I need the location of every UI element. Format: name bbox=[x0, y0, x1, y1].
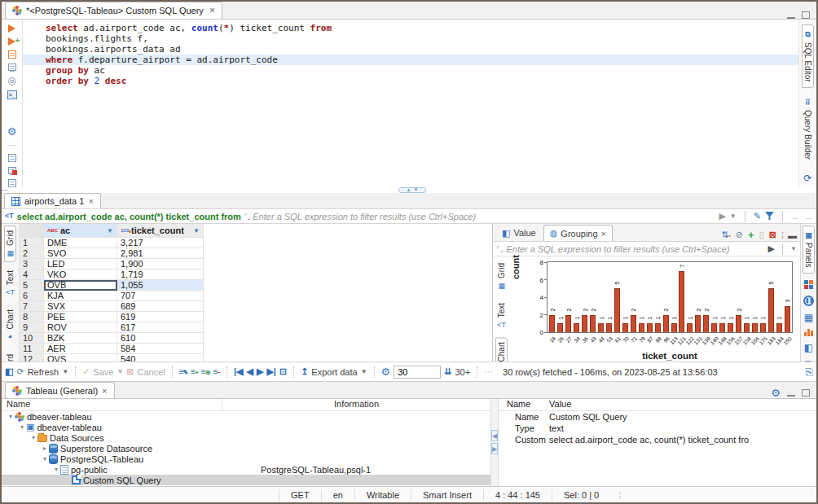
editor-tab[interactable]: *<PostgreSQL-Tableau> Custom SQL Query × bbox=[5, 2, 222, 19]
cell-ticket-count[interactable]: 689 bbox=[117, 301, 204, 312]
row-number[interactable]: 2 bbox=[20, 248, 44, 259]
minimize-icon[interactable] bbox=[787, 394, 795, 397]
cell-ticket-count[interactable]: 540 bbox=[117, 354, 204, 362]
forward-icon[interactable]: → bbox=[804, 212, 813, 221]
cell-ac[interactable]: SVO bbox=[44, 248, 117, 259]
row-number[interactable]: 3 bbox=[20, 259, 44, 270]
row-number[interactable]: 10 bbox=[20, 333, 44, 344]
last-row-icon[interactable]: ▶| bbox=[266, 366, 276, 377]
group-presentation-tab-chart[interactable]: ◕Chart bbox=[495, 337, 508, 362]
cell-ticket-count[interactable]: 707 bbox=[117, 291, 204, 301]
gear-icon[interactable]: ⚙ bbox=[381, 366, 391, 377]
cell-ticket-count[interactable]: 619 bbox=[117, 312, 204, 322]
close-icon[interactable]: × bbox=[209, 5, 215, 16]
panel-tab-value[interactable]: ◧Value bbox=[496, 225, 542, 241]
fetch-more-label[interactable]: 30+ bbox=[455, 367, 470, 377]
expand-filter-icon[interactable]: ⌜⌟ bbox=[244, 213, 249, 221]
tree-item-superstore-datasource[interactable]: ▸Superstore Datasource bbox=[2, 443, 490, 454]
apply-filter-icon[interactable]: ▶ bbox=[768, 243, 775, 254]
column-sort-icon[interactable]: ▼ bbox=[107, 227, 113, 234]
cell-ac[interactable]: OVB bbox=[44, 280, 117, 291]
maximize-icon[interactable] bbox=[802, 389, 810, 397]
close-icon[interactable]: × bbox=[102, 386, 107, 396]
export-data-button[interactable]: Export data bbox=[311, 367, 357, 377]
execute-script-icon[interactable] bbox=[8, 50, 16, 59]
splitter-collapse-control[interactable]: ▲ ▼ bbox=[398, 187, 426, 193]
status-item[interactable]: GET bbox=[279, 489, 321, 501]
panel-filter-input[interactable]: Enter a SQL expression to filter results… bbox=[506, 244, 764, 254]
tree-item-pg-public[interactable]: ▾pg-publicPostgreSQL-Tableau,psql-1 bbox=[2, 464, 490, 475]
panel-tab-grouping[interactable]: ◍Grouping× bbox=[543, 225, 613, 241]
export-script-icon[interactable] bbox=[8, 179, 16, 187]
column-header-ac[interactable]: ABC ac ▼ bbox=[44, 224, 117, 238]
chevron-down-icon[interactable]: ▾ bbox=[7, 413, 15, 420]
overflow-icon[interactable]: ···· bbox=[7, 142, 17, 149]
tree-item-dbeaver-tableau[interactable]: ▾▣dbeaver-tableau bbox=[2, 422, 490, 432]
maximize-icon[interactable] bbox=[802, 11, 810, 19]
cell-ac[interactable]: OVS bbox=[44, 354, 117, 362]
refresh-button[interactable]: Refresh bbox=[28, 367, 59, 377]
script-icon[interactable] bbox=[8, 64, 16, 72]
clear-grouping-icon[interactable]: ⊘ bbox=[736, 230, 743, 240]
collapse-up-icon[interactable]: ▲ bbox=[407, 188, 411, 192]
refresh-icon[interactable]: ⟳ bbox=[16, 366, 24, 377]
presentation-tab-text[interactable]: <TText bbox=[4, 265, 16, 301]
cell-ac[interactable]: SVX bbox=[44, 301, 117, 312]
presentation-tab-chart[interactable]: ◕Chart bbox=[4, 305, 16, 345]
status-item[interactable]: Smart Insert bbox=[411, 489, 483, 501]
property-row[interactable]: Typetext bbox=[499, 423, 816, 434]
cell-ticket-count[interactable]: 1,719 bbox=[117, 270, 204, 280]
cell-ticket-count[interactable]: 2,981 bbox=[117, 248, 204, 259]
metadata-panel-icon[interactable] bbox=[804, 280, 813, 289]
add-row-icon[interactable]: ≡+ bbox=[191, 367, 198, 376]
group-presentation-tab-grid[interactable]: ▦Grid bbox=[495, 258, 508, 295]
cell-ac[interactable]: KJA bbox=[44, 291, 117, 301]
chevron-down-icon[interactable]: ▾ bbox=[18, 423, 26, 431]
row-number[interactable]: 4 bbox=[20, 270, 44, 280]
value-panel-icon[interactable]: ◧ bbox=[804, 343, 813, 353]
row-number[interactable]: 1 bbox=[20, 238, 44, 248]
next-row-icon[interactable]: ▶ bbox=[257, 366, 263, 377]
focus-row-icon[interactable]: ⊡ bbox=[279, 366, 287, 377]
filter-history-icon[interactable]: ▼ bbox=[790, 245, 797, 252]
cell-ticket-count[interactable]: 584 bbox=[117, 344, 204, 354]
execute-statement-icon[interactable] bbox=[8, 24, 15, 33]
minimize-icon[interactable] bbox=[787, 16, 795, 19]
grouping-panel-icon[interactable]: ❚❚ bbox=[803, 296, 814, 306]
calc-panel-icon[interactable]: ▦ bbox=[804, 313, 813, 322]
panel-toggle-icon[interactable]: ◧ bbox=[5, 367, 13, 376]
erase-filter-icon[interactable]: ✎ bbox=[754, 211, 761, 221]
props-header-name[interactable]: Name bbox=[499, 399, 549, 410]
cell-ac[interactable]: PEE bbox=[44, 312, 117, 322]
tree-item-postgresql-tableau[interactable]: ▾PostgreSQL-Tableau bbox=[2, 454, 490, 464]
cell-ac[interactable]: DME bbox=[44, 238, 117, 248]
row-number[interactable]: 7 bbox=[20, 301, 44, 312]
refresh-dropdown-icon[interactable]: ▼ bbox=[62, 368, 68, 375]
cell-ticket-count[interactable]: 3,217 bbox=[117, 238, 204, 248]
column-sort-icon[interactable]: ▼ bbox=[193, 227, 200, 234]
chart-panel-icon[interactable] bbox=[804, 329, 814, 336]
back-icon[interactable]: ← bbox=[791, 212, 800, 221]
tree-item-dbeaver-tableau[interactable]: ▾dbeaver-tableau bbox=[2, 411, 490, 422]
row-number[interactable]: 12 bbox=[20, 354, 44, 362]
editor-results-splitter[interactable]: ▲ ▼ bbox=[2, 187, 816, 193]
row-number[interactable]: 6 bbox=[20, 291, 44, 301]
collapse-down-icon[interactable]: ▼ bbox=[414, 188, 419, 192]
save-button[interactable]: Save bbox=[93, 367, 113, 377]
funnel-icon[interactable] bbox=[765, 212, 774, 221]
cell-ticket-count[interactable]: 617 bbox=[117, 322, 204, 333]
delete-row-icon[interactable]: ≡− bbox=[213, 367, 220, 376]
first-row-icon[interactable]: |◀ bbox=[234, 366, 244, 377]
explain-plan-icon[interactable]: ◎ bbox=[7, 76, 15, 85]
open-file-icon[interactable] bbox=[8, 154, 16, 162]
sort-icon[interactable]: ⇅• bbox=[721, 230, 731, 240]
tableau-tab[interactable]: Tableau (General) × bbox=[5, 382, 115, 398]
export-icon[interactable]: ↥ bbox=[301, 366, 308, 377]
save-file-icon[interactable] bbox=[8, 167, 16, 175]
row-number[interactable]: 5 bbox=[20, 280, 44, 291]
clear-all-icon[interactable]: ⊠ bbox=[769, 230, 776, 240]
close-icon[interactable]: × bbox=[88, 196, 93, 206]
presentation-tab-grid[interactable]: ▦Grid bbox=[4, 226, 16, 262]
status-item[interactable]: 4 : 44 : 145 bbox=[483, 489, 552, 501]
status-item[interactable]: en bbox=[321, 489, 354, 501]
